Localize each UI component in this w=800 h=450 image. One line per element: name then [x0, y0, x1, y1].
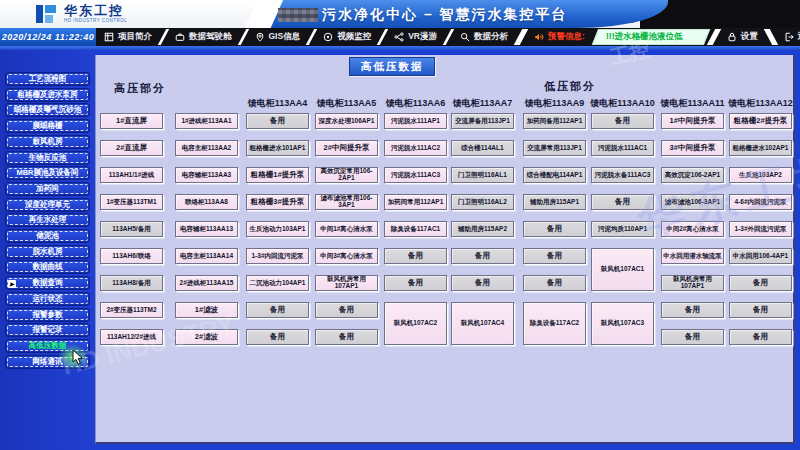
feeder-cell[interactable]: 1#滤波: [175, 302, 238, 318]
sidebar-item-17[interactable]: 报警记录: [5, 323, 90, 337]
feeder-cell[interactable]: 备用: [661, 329, 724, 345]
feeder-cell[interactable]: 备用: [729, 329, 792, 345]
feeder-cell[interactable]: 高效沉淀106-2AP1: [661, 167, 724, 183]
feeder-cell[interactable]: 113AH1/1#进线: [100, 167, 163, 183]
sidebar-item-12[interactable]: 脱水机房: [5, 245, 90, 259]
menu-item-2[interactable]: 数据驾驶舱: [167, 28, 240, 46]
feeder-cell[interactable]: 综合楼114AL1: [451, 140, 514, 156]
feeder-cell[interactable]: 备用: [729, 302, 792, 318]
menu-item-3[interactable]: GIS信息: [247, 28, 309, 46]
feeder-cell[interactable]: 1#变压器113TM1: [100, 194, 163, 210]
feeder-cell[interactable]: 1#进线柜113AA1: [175, 113, 238, 129]
sidebar-item-8[interactable]: 加药间: [5, 182, 90, 196]
sidebar-item-18[interactable]: 高低压数据: [5, 339, 90, 353]
feeder-cell[interactable]: 中水回用106-4AP1: [729, 248, 792, 264]
feeder-cell[interactable]: 备用: [315, 302, 378, 318]
feeder-cell[interactable]: 备用: [591, 113, 654, 129]
sidebar-item-5[interactable]: 鼓风机房: [5, 135, 90, 149]
sidebar-item-14[interactable]: ▶数据查询: [5, 276, 90, 290]
feeder-cell[interactable]: 联络柜113AA8: [175, 194, 238, 210]
feeder-cell[interactable]: 污泥脱水111AC2: [384, 140, 447, 156]
sidebar-item-16[interactable]: 报警参数: [5, 308, 90, 322]
feeder-cell[interactable]: 高效沉淀常用106-2AP1: [315, 167, 378, 183]
feeder-cell[interactable]: 2#直流屏: [100, 140, 163, 156]
feeder-cell[interactable]: 1#中间提升泵: [661, 113, 724, 129]
feeder-cell[interactable]: 门卫照明116AL1: [451, 167, 514, 183]
feeder-cell[interactable]: 深度水处理106AP1: [315, 113, 378, 129]
feeder-cell[interactable]: 备用: [246, 302, 309, 318]
menu-item-5[interactable]: VR漫游: [386, 28, 445, 46]
feeder-cell[interactable]: 辅助用房115AP1: [523, 194, 586, 210]
feeder-cell[interactable]: 污泥脱水111AC3: [384, 167, 447, 183]
feeder-cell[interactable]: 加药间备用112AP1: [523, 113, 586, 129]
feeder-cell[interactable]: 辅助用房115AP2: [451, 221, 514, 237]
sidebar-item-1[interactable]: 工艺流程图: [5, 72, 90, 86]
feeder-cell[interactable]: 113AH8/备用: [100, 275, 163, 291]
feeder-cell[interactable]: 滤布滤池106-3AP1: [661, 194, 724, 210]
feeder-cell[interactable]: 1#直流屏: [100, 113, 163, 129]
feeder-cell[interactable]: 备用: [591, 194, 654, 210]
feeder-cell[interactable]: 中间3#离心清水泵: [315, 248, 378, 264]
feeder-cell[interactable]: 交流屏备用113JP1: [451, 113, 514, 129]
feeder-cell[interactable]: 滤布滤池常用106-3AP1: [315, 194, 378, 210]
feeder-cell[interactable]: 备用: [661, 302, 724, 318]
feeder-cell[interactable]: 备用: [384, 275, 447, 291]
feeder-cell[interactable]: 粗格栅2#提升泵: [729, 113, 792, 129]
feeder-cell[interactable]: 鼓风机107AC2: [384, 302, 447, 345]
sidebar-item-15[interactable]: 运行状态: [5, 292, 90, 306]
feeder-cell[interactable]: 电容辅柜113AA13: [175, 221, 238, 237]
menu-item-4[interactable]: 视频监控: [315, 28, 379, 46]
feeder-cell[interactable]: 中水回用潜水轴流泵: [661, 248, 724, 264]
feeder-cell[interactable]: 电容辅柜113AA3: [175, 167, 238, 183]
feeder-cell[interactable]: 113AH5/备用: [100, 221, 163, 237]
feeder-cell[interactable]: 1-3#内回流污泥泵: [246, 248, 309, 264]
feeder-cell[interactable]: 备用: [729, 275, 792, 291]
feeder-cell[interactable]: 污泥脱水111AP1: [384, 113, 447, 129]
settings-button[interactable]: 设置: [719, 28, 766, 46]
feeder-cell[interactable]: 鼓风机房常用107AP1: [315, 275, 378, 291]
feeder-cell[interactable]: 交流屏常用113JP1: [523, 140, 586, 156]
feeder-cell[interactable]: 备用: [246, 329, 309, 345]
feeder-cell[interactable]: 粗格栅进水102AP1: [729, 140, 792, 156]
feeder-cell[interactable]: 鼓风机107AC4: [451, 302, 514, 345]
feeder-cell[interactable]: 除臭设备117AC2: [523, 302, 586, 345]
feeder-cell[interactable]: 2#滤波: [175, 329, 238, 345]
feeder-cell[interactable]: 2#变压器113TM2: [100, 302, 163, 318]
feeder-cell[interactable]: 二沉池动力104AP1: [246, 275, 309, 291]
feeder-cell[interactable]: 113AH12/2#进线: [100, 329, 163, 345]
feeder-cell[interactable]: 2#进线柜113AA15: [175, 275, 238, 291]
feeder-cell[interactable]: 备用: [523, 221, 586, 237]
feeder-cell[interactable]: 4-6#内回流污泥泵: [729, 194, 792, 210]
feeder-cell[interactable]: 2#中间提升泵: [315, 140, 378, 156]
sidebar-item-10[interactable]: 再生水处理: [5, 213, 90, 227]
sidebar-item-7[interactable]: MBR膜池及设备间: [5, 166, 90, 180]
feeder-cell[interactable]: 备用: [315, 329, 378, 345]
feeder-cell[interactable]: 综合楼配电114AP1: [523, 167, 586, 183]
feeder-cell[interactable]: 备用: [246, 113, 309, 129]
sidebar-item-4[interactable]: 膜细格栅: [5, 119, 90, 133]
feeder-cell[interactable]: 生反池103AP2: [729, 167, 792, 183]
feeder-cell[interactable]: 加药间常用112AP1: [384, 194, 447, 210]
sidebar-item-9[interactable]: 深度处理单元: [5, 198, 90, 212]
feeder-cell[interactable]: 备用: [523, 275, 586, 291]
feeder-cell[interactable]: 鼓风机107AC3: [591, 302, 654, 345]
feeder-cell[interactable]: 113AH6/联络: [100, 248, 163, 264]
sidebar-item-2[interactable]: 粗格栅及进水泵房: [5, 88, 90, 102]
feeder-cell[interactable]: 中间1#离心清水泵: [315, 221, 378, 237]
feeder-cell[interactable]: 污泥脱水111AC1: [591, 140, 654, 156]
feeder-cell[interactable]: 除臭设备117AC1: [384, 221, 447, 237]
sidebar-item-3[interactable]: 细格栅及曝气沉砂池: [5, 103, 90, 117]
feeder-cell[interactable]: 污泥均质110AP1: [591, 221, 654, 237]
feeder-cell[interactable]: 鼓风机房常用107AP1: [661, 275, 724, 291]
feeder-cell[interactable]: 污泥脱水备111AC3: [591, 167, 654, 183]
exit-button[interactable]: 退出: [776, 28, 800, 46]
sidebar-item-6[interactable]: 生物反应池: [5, 151, 90, 165]
feeder-cell[interactable]: 电容主柜113AA2: [175, 140, 238, 156]
sidebar-item-19[interactable]: 网络通讯: [5, 355, 90, 369]
feeder-cell[interactable]: 粗格栅1#提升泵: [246, 167, 309, 183]
feeder-cell[interactable]: 中间2#离心清水泵: [661, 221, 724, 237]
feeder-cell[interactable]: 生反池动力103AP1: [246, 221, 309, 237]
alarm-message-box[interactable]: !!!进水格栅池液位低: [592, 29, 710, 45]
feeder-cell[interactable]: 粗格栅3#提升泵: [246, 194, 309, 210]
feeder-cell[interactable]: 备用: [384, 248, 447, 264]
